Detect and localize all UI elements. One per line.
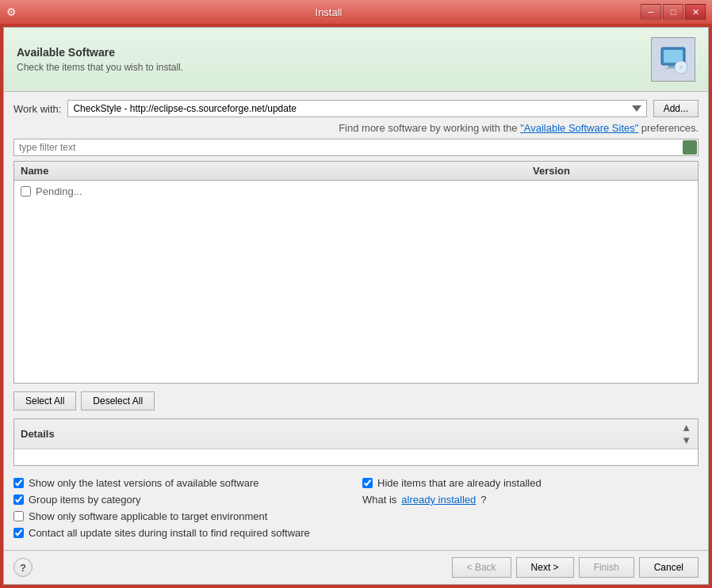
sites-suffix: preferences. [641,122,699,134]
window-controls: ─ □ ✕ [641,4,706,20]
header-title: Available Software [17,46,183,59]
software-table: Name Version Pending... [13,161,699,384]
work-with-label: Work with: [13,103,61,115]
sites-prefix: Find more software by working with the [339,122,520,134]
header-icon [651,37,695,82]
option-contact-label: Contact all update sites during install … [29,527,310,539]
next-button[interactable]: Next > [516,557,574,578]
option-group-category: Group items by category [13,494,350,506]
title-bar: ⚙ Install ─ □ ✕ [0,0,712,24]
details-header: Details ▲ ▼ [14,419,698,449]
table-body: Pending... [14,181,698,202]
install-dialog: Available Software Check the items that … [3,27,709,585]
computer-icon [657,44,689,75]
work-with-dropdown[interactable]: CheckStyle - http://eclipse-cs.sourcefor… [67,100,646,117]
cancel-button[interactable]: Cancel [639,557,699,578]
finish-button[interactable]: Finish [579,557,634,578]
already-installed-link[interactable]: already installed [401,494,476,506]
option-contact-checkbox[interactable] [13,528,24,538]
option-already-installed: What is already installed ? [362,494,699,506]
svg-rect-1 [664,50,683,63]
deselect-all-button[interactable]: Deselect All [81,391,155,410]
close-button[interactable]: ✕ [685,4,706,20]
option-hide-checkbox[interactable] [362,478,373,488]
sites-row: Find more software by working with the "… [13,122,699,134]
dialog-header: Available Software Check the items that … [4,28,708,92]
option-latest-checkbox[interactable] [13,478,24,488]
footer-buttons: < Back Next > Finish Cancel [452,557,699,578]
action-buttons: Select All Deselect All [13,388,699,414]
work-with-row: Work with: CheckStyle - http://eclipse-c… [13,100,699,117]
options-right: Hide items that are already installed Wh… [362,477,699,539]
option-group-label: Group items by category [29,494,141,506]
option-hide-label: Hide items that are already installed [377,477,542,489]
details-section: Details ▲ ▼ [13,418,699,466]
option-latest-label: Show only the latest versions of availab… [29,477,259,489]
header-subtitle: Check the items that you wish to install… [17,62,183,73]
option-contact-sites: Contact all update sites during install … [13,527,350,539]
option-hide-installed: Hide items that are already installed [362,477,699,489]
option-latest-versions: Show only the latest versions of availab… [13,477,350,489]
option-target-checkbox[interactable] [13,511,24,521]
scroll-up-icon[interactable]: ▲ [681,422,691,433]
dialog-content: Work with: CheckStyle - http://eclipse-c… [4,92,708,550]
back-button[interactable]: < Back [452,557,511,578]
filter-indicator [683,140,697,155]
table-row-name: Pending... [36,185,691,197]
filter-row [13,139,699,156]
dialog-footer: ? < Back Next > Finish Cancel [4,550,708,584]
option-what-is-text: What is [362,494,396,506]
options-section: Show only the latest versions of availab… [13,471,699,542]
details-scroll-buttons[interactable]: ▲ ▼ [681,422,691,446]
option-target-env: Show only software applicable to target … [13,510,350,522]
options-left: Show only the latest versions of availab… [13,477,350,539]
filter-input[interactable] [13,139,699,156]
header-text: Available Software Check the items that … [17,46,183,73]
table-header: Name Version [14,162,698,181]
svg-point-6 [680,67,683,69]
add-button[interactable]: Add... [653,100,699,117]
available-sites-link[interactable]: "Available Software Sites" [520,122,638,134]
title-bar-icon: ⚙ [6,6,17,18]
select-all-button[interactable]: Select All [13,391,76,410]
col-version-header: Version [533,165,691,177]
table-row: Pending... [21,184,691,199]
restore-button[interactable]: □ [663,4,683,20]
option-group-checkbox[interactable] [13,494,24,505]
col-name-header: Name [21,165,533,177]
details-label: Details [21,428,55,440]
help-button[interactable]: ? [13,558,33,577]
scroll-down-icon[interactable]: ▼ [681,434,691,446]
footer-help: ? [13,558,33,577]
title-bar-title: Install [17,6,641,18]
option-target-label: Show only software applicable to target … [29,510,267,522]
option-question-mark: ? [480,494,486,506]
minimize-button[interactable]: ─ [641,4,661,20]
table-row-checkbox[interactable] [21,186,31,197]
